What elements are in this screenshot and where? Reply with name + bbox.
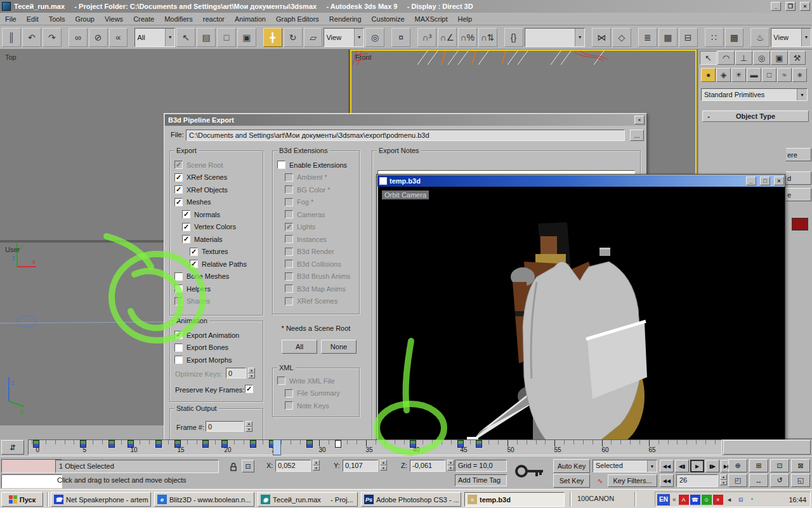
menu-item[interactable]: File <box>0 14 22 24</box>
optimize-keys-spinner[interactable]: ▲▼ <box>248 368 255 378</box>
keyframe-marker[interactable] <box>306 440 313 448</box>
task-net-speakerphone[interactable]: ☎ Net Speakerphone - artem <box>51 492 151 507</box>
fog-checkbox[interactable]: Fog * <box>285 196 359 209</box>
object-type-button-fragment[interactable]: ere <box>786 148 811 161</box>
menu-item[interactable]: Customize <box>367 14 410 24</box>
add-time-tag[interactable]: Add Time Tag <box>455 474 507 486</box>
spider-tray-icon[interactable]: * <box>747 495 757 505</box>
select-by-name-button[interactable]: ▤ ▼ <box>197 28 216 47</box>
named-selection-dropdown[interactable]: ▼ <box>525 28 586 47</box>
x-coordinate-field[interactable]: 0,052 <box>275 460 311 472</box>
menu-item[interactable]: Help <box>453 14 478 24</box>
keyframe-marker[interactable] <box>335 440 341 448</box>
select-and-link-button[interactable]: ∞ ▼ <box>69 28 88 47</box>
menu-item[interactable]: Modifiers <box>159 14 198 24</box>
y-coordinate-field[interactable]: 0,107 <box>343 460 378 472</box>
object-type-rollout[interactable]: - Object Type <box>702 110 809 122</box>
named-selection-sets-button[interactable]: {} ▼ <box>504 28 523 47</box>
export-morphs-checkbox[interactable]: Export Morphs <box>174 354 263 366</box>
browse-button[interactable]: ... <box>630 130 644 141</box>
keyframe-marker[interactable] <box>174 440 181 448</box>
unlink-selection-button[interactable]: ⊘ ▼ <box>89 28 108 47</box>
previous-frame-button[interactable]: ◀▮ <box>675 460 689 472</box>
object-type-button-fragment[interactable]: d <box>786 171 811 185</box>
menu-item[interactable]: Rendering <box>324 14 367 24</box>
agent-tray-icon[interactable]: ☺ <box>702 495 712 505</box>
default-in-out-tangent-icon[interactable]: ∿ <box>594 474 606 487</box>
go-to-start-button[interactable]: ◀◀ <box>660 460 674 472</box>
play-animation-button[interactable]: ▶ <box>690 460 704 472</box>
window-crossing-toggle-button[interactable]: ▣ ▼ <box>237 28 256 47</box>
task-blitz3d[interactable]: e Blitz3D - www.boolean.n... <box>154 492 254 507</box>
selection-lock-icon[interactable] <box>228 460 239 473</box>
object-color-swatch[interactable] <box>792 218 808 231</box>
angle-snap-toggle-button[interactable]: ∩∠ ▼ <box>438 28 457 47</box>
menu-item[interactable]: Group <box>70 14 100 24</box>
ambient-checkbox[interactable]: Ambient * <box>285 171 359 184</box>
preserve-key-frames-checkbox[interactable] <box>245 385 253 393</box>
display-tab[interactable]: ▣ <box>771 51 788 65</box>
xref-scenes-ext-checkbox[interactable]: XRef Scenes <box>285 295 359 308</box>
keyframe-marker[interactable] <box>155 440 162 448</box>
selection-filter-dropdown[interactable]: All ▼ <box>134 28 175 47</box>
keyframe-marker[interactable] <box>80 440 86 448</box>
task-3dsmax[interactable]: ◉ Тесей_run.max - Proj... <box>258 492 358 507</box>
keyframe-marker[interactable] <box>221 440 228 448</box>
z-spinner[interactable]: ▲▼ <box>447 460 454 471</box>
frame-number-spinner[interactable]: ▲▼ <box>246 421 252 432</box>
bg-color-checkbox[interactable]: BG Color * <box>285 184 359 196</box>
enable-extensions-checkbox[interactable]: Enable Extensions <box>277 159 359 171</box>
window-maximize-button[interactable]: ❐ <box>785 2 796 11</box>
menu-item[interactable]: reactor <box>198 14 230 24</box>
redo-button[interactable]: ↷ ▼ <box>43 28 62 47</box>
tray-chevron[interactable]: « <box>671 496 678 503</box>
bind-to-space-warp-button[interactable]: ∝ ▼ <box>109 28 128 47</box>
auto-key-button[interactable]: Auto Key <box>553 459 590 473</box>
use-pivot-point-center-button[interactable]: ◎ ▼ <box>365 28 384 47</box>
curve-editor-button[interactable]: ▦ ▼ <box>658 28 678 47</box>
systems-category-button[interactable]: ∗ <box>792 68 807 82</box>
b3d-map-anims-checkbox[interactable]: B3d Map Anims <box>285 283 359 295</box>
modify-tab[interactable]: ◠ <box>717 51 735 65</box>
select-and-move-button[interactable]: ╋ ▼ <box>263 28 282 47</box>
select-and-scale-button[interactable]: ▱ ▼ <box>304 28 323 47</box>
ati-tray-icon[interactable]: A <box>679 495 689 505</box>
instances-checkbox[interactable]: Instances <box>285 233 359 246</box>
bone-meshes-checkbox[interactable]: Bone Meshes <box>174 271 263 283</box>
schematic-view-button[interactable]: ⊟ ▼ <box>679 28 698 47</box>
menu-item[interactable]: Views <box>100 14 128 24</box>
key-mode-dropdown[interactable]: Selected ▼ <box>593 460 657 472</box>
language-indicator[interactable]: EN <box>657 494 670 505</box>
select-object-button[interactable]: ↖ ▼ <box>176 28 195 47</box>
field-of-view-button[interactable]: ◰ <box>728 474 747 487</box>
keyframe-marker[interactable] <box>33 440 39 448</box>
volume-tray-icon[interactable]: ◄ <box>724 495 735 505</box>
maximize-viewport-toggle-button[interactable]: ◱ <box>791 474 810 487</box>
current-frame-field[interactable]: 26 <box>676 474 718 487</box>
z-coordinate-field[interactable]: -0,061 <box>410 460 445 472</box>
start-button[interactable]: Пуск <box>1 492 43 507</box>
mirror-button[interactable]: ⋈ ▼ <box>592 28 611 47</box>
antivirus-tray-icon[interactable]: × <box>713 495 723 505</box>
arc-rotate-button[interactable]: ↺ <box>770 474 789 487</box>
object-type-button-fragment[interactable]: e <box>786 188 811 201</box>
dialog-titlebar[interactable]: B3d Pipeline Export <box>165 114 646 126</box>
camera-toolbar-label[interactable]: 100CANON <box>577 495 614 502</box>
cameras-checkbox[interactable]: Cameras <box>285 208 359 221</box>
frame-number-field[interactable]: 0 <box>206 421 244 432</box>
rectangular-selection-region-button[interactable]: □ ▼ <box>217 28 236 47</box>
optimize-keys-field[interactable]: 0 <box>226 368 246 378</box>
pan-view-button[interactable]: ↔ <box>749 474 768 487</box>
open-mini-curve-editor-button[interactable]: ⇵ <box>1 440 24 455</box>
maxscript-mini-listener-white[interactable] <box>1 474 62 488</box>
lights-category-button[interactable]: ☀ <box>731 68 746 82</box>
key-filters-button[interactable]: Key Filters... <box>608 474 657 487</box>
snap-toggle-3d-button[interactable]: ∩³ ▼ <box>417 28 436 47</box>
b3d-brush-anims-checkbox[interactable]: B3d Brush Anims <box>285 271 359 283</box>
motion-tab[interactable]: ◎ <box>753 51 770 65</box>
task-photoshop[interactable]: Ps Adobe Photoshop CS3 - ... <box>361 492 461 507</box>
spinner-snap-toggle-button[interactable]: ∩⇅ ▼ <box>478 28 497 47</box>
scene-root-checkbox[interactable]: Scene Root <box>174 159 263 171</box>
select-and-manipulate-button[interactable]: ¤ ▼ <box>391 28 410 47</box>
dialog-close-button[interactable]: × <box>634 116 645 124</box>
